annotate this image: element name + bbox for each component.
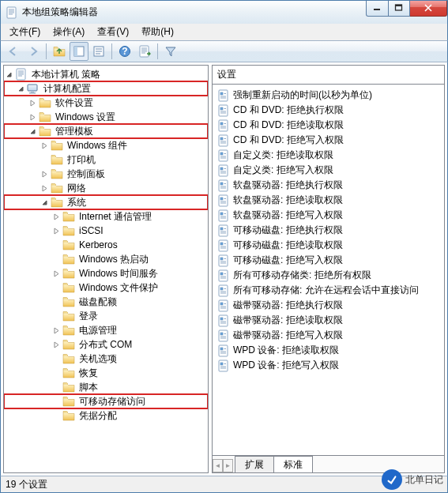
up-level-button[interactable]	[50, 42, 69, 61]
tab-standard[interactable]: 标准	[273, 456, 313, 472]
expander-closed-icon[interactable]	[51, 226, 62, 236]
expander-open-icon[interactable]	[4, 70, 14, 80]
tree-item[interactable]: 打印机	[4, 152, 208, 167]
tree-item[interactable]: 管理模板	[4, 124, 208, 138]
expander-open-icon[interactable]	[40, 198, 50, 208]
policy-item[interactable]: WPD 设备: 拒绝写入权限	[217, 358, 441, 373]
menu-action[interactable]: 操作(A)	[47, 24, 90, 40]
help-button[interactable]: ?	[115, 42, 134, 61]
expander-closed-icon[interactable]	[40, 183, 50, 194]
policy-item-label: 可移动磁盘: 拒绝执行权限	[233, 224, 343, 237]
tree-item[interactable]: Kerberos	[4, 238, 208, 252]
menu-view[interactable]: 查看(V)	[92, 24, 134, 40]
tree-item[interactable]: 脚本	[4, 380, 208, 394]
export-button[interactable]	[135, 42, 154, 61]
expander-closed-icon[interactable]	[51, 340, 62, 350]
tree-item-label: 脚本	[77, 380, 100, 395]
tree-item[interactable]: iSCSI	[4, 224, 208, 238]
tree-item[interactable]: 系统	[4, 195, 208, 209]
svg-text:?: ?	[122, 46, 127, 57]
policy-item[interactable]: 软盘驱动器: 拒绝读取权限	[217, 193, 441, 208]
tree-item-label: iSCSI	[77, 224, 105, 237]
policy-item[interactable]: 自定义类: 拒绝读取权限	[217, 148, 441, 163]
expander-closed-icon[interactable]	[51, 269, 62, 279]
expander-closed-icon[interactable]	[28, 98, 38, 108]
expander-open-icon[interactable]	[16, 84, 26, 94]
tree-item[interactable]: 关机选项	[4, 352, 208, 366]
policy-item[interactable]: 可移动磁盘: 拒绝读取权限	[217, 238, 441, 253]
menu-help[interactable]: 帮助(H)	[136, 24, 179, 40]
forward-button[interactable]	[24, 42, 43, 61]
tree-item[interactable]: Internet 通信管理	[4, 209, 208, 224]
policy-item[interactable]: 磁带驱动器: 拒绝执行权限	[217, 298, 441, 313]
filter-button[interactable]	[161, 42, 180, 61]
policy-item-label: 磁带驱动器: 拒绝执行权限	[233, 299, 343, 312]
policy-item[interactable]: CD 和 DVD: 拒绝读取权限	[217, 118, 441, 133]
expander-closed-icon[interactable]	[51, 212, 62, 222]
policy-item[interactable]: CD 和 DVD: 拒绝写入权限	[217, 133, 441, 148]
tree-item[interactable]: 可移动存储访问	[4, 394, 208, 408]
tree-item[interactable]: 网络	[4, 181, 208, 195]
tree-item[interactable]: 登录	[4, 309, 208, 323]
policy-item[interactable]: 软盘驱动器: 拒绝执行权限	[217, 178, 441, 193]
policy-setting-icon	[217, 89, 230, 102]
tree-item[interactable]: 恢复	[4, 366, 208, 380]
tree-item-label: 打印机	[66, 152, 97, 167]
tree-item[interactable]: 电源管理	[4, 323, 208, 337]
policy-item[interactable]: 所有可移动存储类: 拒绝所有权限	[217, 268, 441, 283]
expander-none	[51, 311, 62, 322]
tree-item-label: 可移动存储访问	[77, 394, 147, 409]
tree-item-label: 分布式 COM	[77, 337, 134, 352]
tree-item[interactable]: 软件设置	[4, 96, 208, 110]
tree-item[interactable]: 控制面板	[4, 167, 208, 181]
folder-icon	[62, 210, 75, 223]
properties-button[interactable]	[89, 42, 108, 61]
policy-list-pane[interactable]: 强制重新启动的时间(以秒为单位)CD 和 DVD: 拒绝执行权限CD 和 DVD…	[212, 84, 445, 456]
show-tree-button[interactable]	[70, 42, 88, 61]
policy-item[interactable]: 磁带驱动器: 拒绝读取权限	[217, 313, 441, 328]
policy-setting-icon	[217, 329, 230, 342]
policy-item[interactable]: CD 和 DVD: 拒绝执行权限	[217, 103, 441, 118]
tree-pane[interactable]: 本地计算机 策略计算机配置软件设置Windows 设置管理模板Windows 组…	[3, 65, 209, 473]
tab-scroll-right[interactable]: ►	[223, 459, 233, 472]
expander-closed-icon[interactable]	[28, 112, 38, 122]
tree-item[interactable]: Windows 文件保护	[4, 280, 208, 295]
close-button[interactable]	[410, 1, 447, 17]
policy-setting-icon	[217, 134, 230, 147]
tree-item[interactable]: 磁盘配额	[4, 295, 208, 309]
tree-item[interactable]: 本地计算机 策略	[4, 67, 208, 81]
minimize-button[interactable]	[366, 1, 389, 17]
tree-item[interactable]: Windows 设置	[4, 110, 208, 124]
policy-item[interactable]: 自定义类: 拒绝写入权限	[217, 163, 441, 178]
expander-closed-icon[interactable]	[51, 326, 62, 336]
policy-setting-icon	[217, 164, 230, 177]
tree-item[interactable]: 分布式 COM	[4, 337, 208, 352]
folder-icon	[62, 224, 75, 237]
policy-item[interactable]: 强制重新启动的时间(以秒为单位)	[217, 88, 441, 103]
watermark-text: 北单日记	[405, 473, 443, 487]
policy-item[interactable]: 磁带驱动器: 拒绝写入权限	[217, 328, 441, 343]
menu-file[interactable]: 文件(F)	[4, 24, 46, 40]
back-button[interactable]	[4, 42, 23, 61]
policy-item[interactable]: WPD 设备: 拒绝读取权限	[217, 343, 441, 358]
policy-item[interactable]: 软盘驱动器: 拒绝写入权限	[217, 208, 441, 223]
policy-item[interactable]: 所有可移动存储: 允许在远程会话中直接访问	[217, 283, 441, 298]
expander-open-icon[interactable]	[28, 126, 38, 137]
tree-item[interactable]: Windows 时间服务	[4, 266, 208, 280]
computer-cfg-icon	[27, 82, 40, 95]
policy-setting-icon	[217, 254, 230, 267]
tree-item[interactable]: 凭据分配	[4, 408, 208, 423]
policy-item[interactable]: 可移动磁盘: 拒绝执行权限	[217, 223, 441, 238]
tree-item[interactable]: 计算机配置	[4, 81, 208, 96]
expander-closed-icon[interactable]	[40, 141, 50, 151]
policy-setting-icon	[217, 209, 230, 222]
tree-item[interactable]: Windows 组件	[4, 138, 208, 152]
maximize-button[interactable]	[389, 1, 410, 17]
expander-closed-icon[interactable]	[40, 169, 50, 179]
tab-extended[interactable]: 扩展	[235, 456, 274, 472]
tree-item[interactable]: Windows 热启动	[4, 252, 208, 266]
tab-scroll-left[interactable]: ◄	[213, 459, 223, 472]
folder-icon	[51, 167, 63, 180]
policy-item[interactable]: 可移动磁盘: 拒绝写入权限	[217, 253, 441, 268]
policy-item-label: 所有可移动存储: 允许在远程会话中直接访问	[233, 284, 419, 297]
